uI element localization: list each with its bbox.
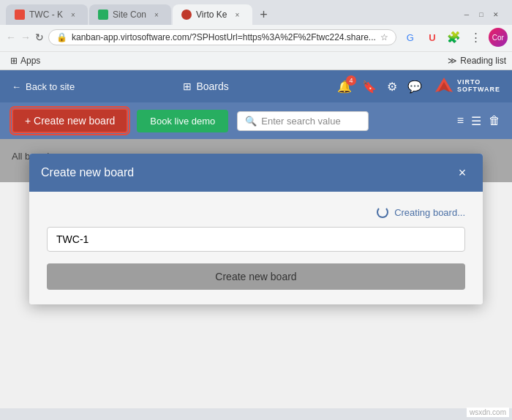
puzzle-icon[interactable]: 🧩	[445, 28, 464, 47]
reading-list-label: Reading list	[460, 56, 506, 66]
list-view-icon[interactable]: ☰	[471, 114, 481, 128]
filter-icon[interactable]: ≡	[457, 114, 464, 127]
window-controls: ─ □ ✕	[462, 10, 506, 19]
apps-button[interactable]: ⊞ Apps	[6, 54, 45, 67]
tab-bar: TWC - K × Site Con × Virto Ke × + ─ □ ✕	[0, 0, 512, 25]
browser-toolbar-icons: G U 🧩 ⋮ Cor	[401, 28, 508, 47]
browser-chrome: TWC - K × Site Con × Virto Ke × + ─ □ ✕ …	[0, 0, 512, 70]
back-to-site-link[interactable]: ← Back to site	[12, 81, 75, 92]
creating-status: Creating board...	[47, 206, 465, 218]
star-icon[interactable]: ☆	[380, 32, 388, 42]
modal-close-button[interactable]: ×	[453, 164, 471, 181]
tab-title-3: Virto Ke	[196, 10, 227, 20]
app-content: ← Back to site ⊞ Boards 🔔 4 🔖 ⚙ 💬 VIRTO …	[0, 70, 512, 408]
modal-create-board-button[interactable]: Create new board	[47, 263, 465, 290]
search-placeholder: Enter search value	[261, 116, 340, 127]
forward-button[interactable]: →	[20, 28, 31, 47]
modal-overlay: Create new board × Creating board... Cre…	[0, 139, 512, 182]
browser-tab-2[interactable]: Site Con ×	[89, 4, 171, 25]
maximize-button[interactable]: □	[477, 10, 486, 19]
bookmarks-header-icon[interactable]: 🔖	[362, 80, 377, 94]
tab-favicon-3	[181, 10, 192, 20]
profile-avatar[interactable]: Cor	[489, 28, 508, 47]
back-to-site-label: Back to site	[26, 81, 75, 92]
back-button[interactable]: ←	[6, 28, 16, 47]
reading-list[interactable]: ≫ Reading list	[448, 56, 506, 66]
boards-nav[interactable]: ⊞ Boards	[183, 80, 228, 92]
board-name-input[interactable]	[47, 227, 465, 252]
tab-title-1: TWC - K	[29, 10, 63, 20]
main-area: All boards Create new board ×	[0, 139, 512, 182]
virto-logo-icon	[434, 76, 454, 97]
bookmarks-bar: ⊞ Apps ≫ Reading list	[0, 51, 512, 70]
notification-badge: 4	[346, 75, 356, 86]
reload-button[interactable]: ↻	[35, 28, 44, 47]
app-toolbar: + Create new board Book live demo 🔍 Ente…	[0, 102, 512, 139]
tab-title-2: Site Con	[113, 10, 146, 20]
apps-label: Apps	[20, 56, 40, 66]
search-box[interactable]: 🔍 Enter search value	[237, 111, 369, 131]
watermark: wsxdn.com	[467, 408, 509, 417]
minimize-button[interactable]: ─	[462, 10, 471, 19]
header-icons: 🔔 4 🔖 ⚙ 💬	[337, 80, 422, 94]
modal-header: Create new board ×	[29, 154, 483, 192]
virto-logo: VIRTO SOFTWARE	[434, 76, 500, 97]
close-window-button[interactable]: ✕	[492, 10, 500, 19]
address-bar-row: ← → ↻ 🔒 kanban-app.virtosoftware.com/?SP…	[0, 25, 512, 51]
browser-tab-3[interactable]: Virto Ke ×	[173, 4, 252, 25]
toolbar-right-icons: ≡ ☰ 🗑	[457, 114, 500, 128]
extensions-icon[interactable]: G	[401, 28, 420, 47]
app-header: ← Back to site ⊞ Boards 🔔 4 🔖 ⚙ 💬 VIRTO …	[0, 70, 512, 102]
boards-label: Boards	[196, 80, 228, 92]
book-demo-button[interactable]: Book live demo	[137, 110, 228, 132]
tab-close-2[interactable]: ×	[151, 9, 162, 20]
tab-close-3[interactable]: ×	[232, 9, 244, 20]
search-icon: 🔍	[245, 116, 257, 127]
address-text: kanban-app.virtosoftware.com/?SPHostUrl=…	[72, 32, 376, 42]
delete-icon[interactable]: 🗑	[489, 114, 500, 127]
menu-icon[interactable]: ⋮	[467, 28, 486, 47]
tab-close-1[interactable]: ×	[67, 9, 79, 20]
browser-tab-1[interactable]: TWC - K ×	[6, 4, 88, 25]
profile-u-icon[interactable]: U	[423, 28, 442, 47]
apps-grid-icon: ⊞	[10, 56, 18, 66]
tab-favicon-1	[15, 10, 25, 20]
boards-grid-icon: ⊞	[183, 80, 192, 92]
notifications-icon[interactable]: 🔔 4	[337, 80, 352, 94]
create-new-board-button[interactable]: + Create new board	[12, 108, 128, 133]
create-board-modal: Create new board × Creating board... Cre…	[29, 154, 483, 304]
settings-icon[interactable]: ⚙	[387, 80, 397, 94]
tab-favicon-2	[98, 10, 108, 20]
reading-list-icon: ≫	[448, 56, 457, 66]
address-bar[interactable]: 🔒 kanban-app.virtosoftware.com/?SPHostUr…	[48, 29, 396, 45]
address-icons: ☆	[380, 32, 388, 42]
creating-status-text: Creating board...	[394, 207, 465, 218]
loading-spinner	[377, 206, 388, 218]
back-arrow-icon: ←	[12, 81, 21, 92]
chat-icon[interactable]: 💬	[407, 80, 422, 94]
modal-title: Create new board	[41, 166, 134, 179]
new-tab-button[interactable]: +	[254, 4, 274, 25]
modal-body: Creating board... Create new board	[29, 192, 483, 304]
